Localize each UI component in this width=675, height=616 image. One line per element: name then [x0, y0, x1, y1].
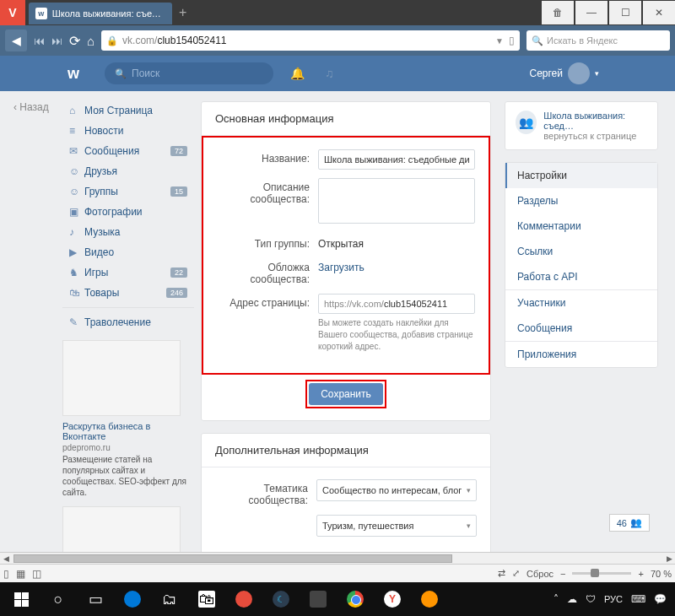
- browser-tab[interactable]: w Школа выживания: съедоб: [29, 3, 172, 24]
- panel-title: Дополнительная информация: [202, 434, 490, 467]
- group-info-box[interactable]: 👥 Школа выживания: съед… вернуться к стр…: [505, 101, 658, 150]
- store-icon[interactable]: 🛍: [189, 583, 224, 615]
- back-link[interactable]: Назад: [0, 91, 51, 113]
- new-tab-button[interactable]: +: [179, 5, 186, 20]
- start-button[interactable]: [3, 583, 39, 615]
- home-icon: ⌂: [69, 105, 84, 116]
- upload-cover-link[interactable]: Загрузить: [318, 258, 475, 285]
- sidebar-item-friends[interactable]: ☺Друзья: [62, 162, 194, 181]
- app-icon-2[interactable]: [300, 583, 336, 615]
- url-dropdown-icon[interactable]: ▼: [495, 36, 504, 46]
- rewind-button[interactable]: ⏮: [34, 35, 45, 47]
- vk-search-placeholder: Поиск: [132, 68, 159, 79]
- sidebar-item-mypage[interactable]: ⌂Моя Страница: [62, 101, 194, 120]
- zoom-slider[interactable]: [572, 572, 631, 575]
- main-content: Основная информация Название: Описание с…: [194, 91, 498, 552]
- tile-icon[interactable]: ▦: [16, 568, 25, 580]
- sidebar-item-groups[interactable]: ☺Группы15: [62, 182, 194, 201]
- sidebar-item-video[interactable]: ▶Видео: [62, 243, 194, 262]
- right-sidebar: 👥 Школа выживания: съед… вернуться к стр…: [498, 91, 658, 552]
- messages-icon: ✉: [69, 145, 84, 157]
- music-icon[interactable]: ♫: [325, 67, 334, 80]
- subtopic-select[interactable]: Туризм, путешествия▾: [316, 515, 477, 537]
- close-button[interactable]: ✕: [643, 1, 675, 24]
- panel-toggle-icon[interactable]: ▯: [3, 568, 9, 580]
- notifications-center-icon[interactable]: 💬: [654, 593, 667, 605]
- edge-icon[interactable]: [115, 583, 150, 615]
- settings-tab-api[interactable]: Работа с API: [505, 264, 657, 289]
- expand-icon[interactable]: ⤢: [512, 568, 520, 579]
- settings-tab-settings[interactable]: Настройки: [505, 163, 657, 188]
- zoom-reset-button[interactable]: Сброс: [526, 569, 554, 579]
- settings-tab-sections[interactable]: Разделы: [505, 188, 657, 213]
- maximize-button[interactable]: ☐: [609, 1, 641, 24]
- back-button[interactable]: ◀: [5, 30, 27, 51]
- zoom-out-button[interactable]: −: [560, 569, 565, 579]
- zoom-in-button[interactable]: +: [638, 569, 643, 579]
- settings-tab-members[interactable]: Участники: [505, 290, 657, 316]
- cortana-icon[interactable]: ○: [40, 583, 76, 615]
- tray-keyboard-icon[interactable]: ⌨: [631, 593, 645, 605]
- sidebar-item-custom[interactable]: ✎Траволечение: [62, 313, 194, 332]
- chat-widget[interactable]: 46 👥: [609, 514, 650, 532]
- bookmark-icon[interactable]: ▯: [509, 35, 515, 46]
- image-toggle-icon[interactable]: ◫: [32, 568, 41, 580]
- bookmark-icon: ✎: [69, 316, 84, 328]
- url-bar[interactable]: 🔒 vk.com/ club154052411 ▼ ▯: [101, 30, 520, 51]
- trash-icon[interactable]: 🗑: [542, 1, 574, 24]
- vivaldi-icon[interactable]: V: [0, 0, 25, 25]
- save-button-1[interactable]: Сохранить: [309, 383, 383, 405]
- forward-button[interactable]: ⏭: [51, 35, 62, 47]
- address-input[interactable]: https://vk.com/club154052411: [318, 294, 475, 314]
- sync-icon[interactable]: ⇄: [498, 568, 505, 579]
- settings-tab-comments[interactable]: Комментарии: [505, 213, 657, 239]
- scroll-right-icon[interactable]: ▶: [663, 554, 675, 563]
- vk-user-menu[interactable]: Сергей ▾: [529, 62, 599, 84]
- settings-tab-links[interactable]: Ссылки: [505, 239, 657, 264]
- sidebar-item-news[interactable]: ≡Новости: [62, 122, 194, 140]
- settings-tab-apps[interactable]: Приложения: [505, 342, 657, 367]
- tray-cloud-icon[interactable]: ☁: [567, 593, 577, 605]
- browser-search[interactable]: 🔍 Искать в Яндекс: [526, 30, 670, 51]
- browser-navbar: ◀ ⏮ ⏭ ⟳ ⌂ 🔒 vk.com/ club154052411 ▼ ▯ 🔍 …: [0, 25, 675, 56]
- explorer-icon[interactable]: 🗂: [152, 583, 187, 615]
- scroll-left-icon[interactable]: ◀: [0, 554, 12, 563]
- topic-select[interactable]: Сообщество по интересам, блог▾: [316, 479, 477, 501]
- sidebar-item-music[interactable]: ♪Музыка: [62, 223, 194, 241]
- settings-tab-messages[interactable]: Сообщения: [505, 316, 657, 341]
- ad-block-1[interactable]: Раскрутка бизнеса в Вконтакте pdepromo.r…: [62, 340, 194, 498]
- scroll-thumb[interactable]: [14, 554, 452, 563]
- vk-search[interactable]: 🔍 Поиск: [105, 62, 273, 84]
- ad-block-2[interactable]: Вконтакте! Здесь Ваши клиенты dialweb.ru…: [62, 506, 194, 552]
- name-input[interactable]: [318, 149, 475, 170]
- label-topic: Тематика сообщества:: [215, 479, 316, 506]
- app-icon[interactable]: ☾: [263, 583, 299, 615]
- taskview-icon[interactable]: ▭: [78, 583, 113, 615]
- groups-icon: ☺: [69, 186, 84, 197]
- horizontal-scrollbar[interactable]: ◀ ▶: [0, 552, 675, 564]
- news-icon: ≡: [69, 125, 84, 137]
- search-placeholder: Искать в Яндекс: [547, 35, 618, 46]
- home-button[interactable]: ⌂: [87, 34, 94, 48]
- firefox-icon[interactable]: [412, 583, 447, 615]
- lock-icon: 🔒: [106, 35, 118, 46]
- reload-button[interactable]: ⟳: [69, 33, 80, 49]
- chrome-icon[interactable]: [338, 583, 373, 615]
- sidebar-item-messages[interactable]: ✉Сообщения72: [62, 142, 194, 160]
- language-indicator[interactable]: РУС: [604, 594, 623, 604]
- sidebar-item-market[interactable]: 🛍Товары246: [62, 284, 194, 302]
- minimize-button[interactable]: —: [575, 1, 608, 24]
- sidebar-item-games[interactable]: ♞Игры22: [62, 263, 194, 282]
- yandex-browser-icon[interactable]: Y: [375, 583, 410, 615]
- panel-additional-info: Дополнительная информация Тематика сообщ…: [201, 433, 491, 552]
- vk-logo[interactable]: w: [68, 65, 79, 83]
- opera-icon[interactable]: [226, 583, 262, 615]
- description-textarea[interactable]: [318, 178, 475, 224]
- browser-statusbar: ▯ ▦ ◫ ⇄ ⤢ Сброс − + 70 %: [0, 564, 675, 582]
- label-description: Описание сообщества:: [217, 178, 318, 226]
- notifications-icon[interactable]: 🔔: [290, 67, 305, 80]
- tray-shield-icon[interactable]: 🛡: [586, 593, 596, 605]
- market-icon: 🛍: [69, 287, 84, 299]
- sidebar-item-photos[interactable]: ▣Фотографии: [62, 203, 194, 221]
- tray-up-icon[interactable]: ˄: [554, 593, 559, 605]
